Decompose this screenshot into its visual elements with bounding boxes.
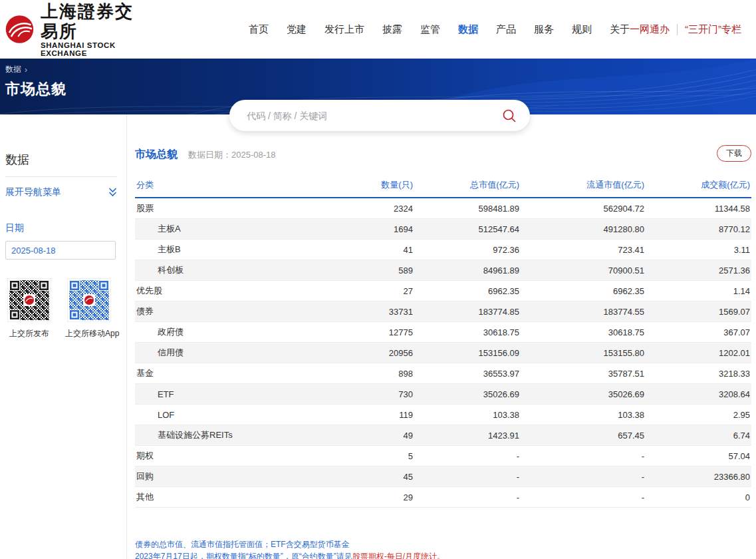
col-header-turnover: 成交额(亿元) [644,179,751,191]
cell-category: ETF [135,389,288,399]
cell-total-mcap: - [413,472,519,482]
double-chevron-down-icon [108,187,117,198]
cell-float-mcap: 103.38 [519,410,644,420]
cell-turnover: 57.04 [644,451,751,461]
cell-turnover: 6.74 [644,431,751,441]
cell-turnover: 11344.58 [644,204,751,214]
col-header-float-mcap: 流通市值(亿元) [519,179,644,191]
cell-turnover: 1569.07 [644,307,751,317]
expand-nav-menu-label: 展开导航菜单 [5,186,61,198]
cell-category: 债券 [135,305,288,317]
cell-total-mcap: - [413,492,519,502]
download-button[interactable]: 下载 [717,145,751,162]
cell-total-mcap: 153156.09 [413,348,519,358]
data-date: 数据日期：2025-08-18 [188,149,276,161]
cell-float-mcap: 183774.55 [519,307,644,317]
cell-count: 29 [288,492,413,502]
search-icon[interactable] [502,108,517,123]
date-picker-label: 日期 [5,222,126,234]
table-row: ETF 730 35026.69 35026.69 3208.64 [135,384,751,405]
sidebar-title: 数据 [5,152,126,168]
cell-count: 45 [288,472,413,482]
cell-category: 主板A [135,223,288,235]
data-date-prefix: 数据日期： [188,150,231,160]
cell-float-mcap: - [519,492,644,502]
footnotes: 债券的总市值、流通市值指托管面值；ETF含交易型货币基金 2023年7月17日起… [135,538,751,559]
date-picker[interactable] [5,241,116,260]
nav-item[interactable]: 服务 [534,23,554,36]
logo-cn-text: 上海證券交易所 [41,1,137,41]
nav-item[interactable]: 规则 [572,23,592,36]
table-row: 回购 45 - - 23366.80 [135,466,751,487]
cell-count: 12775 [288,327,413,337]
date-input[interactable] [11,246,128,256]
cell-total-mcap: 512547.64 [413,224,519,234]
cell-total-mcap: 35026.69 [413,389,519,399]
main-panel: 市场总貌 数据日期：2025-08-18 下载 分类 数量(只) 总市值(亿元)… [126,114,756,559]
cell-category: 政府债 [135,326,288,338]
nav-item[interactable]: 披露 [382,23,402,36]
table-body: 股票 2324 598481.89 562904.72 11344.58 主板A… [135,198,751,508]
table-row: 科创板 589 84961.89 70900.51 2571.36 [135,260,751,281]
search-bar [229,100,530,131]
cell-float-mcap: 70900.51 [519,266,644,276]
nav-item[interactable]: 产品 [496,23,516,36]
footnote-link-stock-options-stats[interactable]: 股票期权-每日/月度统计。 [352,552,445,559]
cell-turnover: 3208.64 [644,389,751,399]
cell-float-mcap: 153155.80 [519,348,644,358]
nav-item[interactable]: 监管 [420,23,440,36]
qr-code-sse-app [67,278,111,322]
cell-float-mcap: 657.45 [519,431,644,441]
nav-item[interactable]: 党建 [287,23,307,36]
nav-item[interactable]: 关于 [610,23,630,36]
cell-count: 27 [288,286,413,296]
table-row: 政府债 12775 30618.75 30618.75 367.07 [135,322,751,343]
cell-float-mcap: 562904.72 [519,204,644,214]
cell-count: 730 [288,389,413,399]
cell-float-mcap: - [519,472,644,482]
quick-link-sankaimen[interactable]: “三开门”专栏 [685,23,741,36]
table-row: 基础设施公募REITs 49 1423.91 657.45 6.74 [135,425,751,446]
table-row: LOF 119 103.38 103.38 2.95 [135,405,751,425]
table-header-row: 分类 数量(只) 总市值(亿元) 流通市值(亿元) 成交额(亿元) [135,179,751,198]
table-row: 信用债 20956 153156.09 153155.80 1202.01 [135,343,751,363]
cell-float-mcap: 35787.51 [519,369,644,379]
cell-category: 基金 [135,367,288,379]
cell-category: 其他 [135,491,288,503]
top-header: 上海證券交易所 SHANGHAI STOCK EXCHANGE 首页 党建 发行… [0,0,756,59]
logo-en-text: SHANGHAI STOCK EXCHANGE [41,41,137,57]
expand-nav-menu-button[interactable]: 展开导航菜单 [5,186,117,198]
nav-item[interactable]: 首页 [249,23,269,36]
cell-total-mcap: 598481.89 [413,204,519,214]
nav-item[interactable]: 发行上市 [324,23,364,36]
cell-float-mcap: 30618.75 [519,327,644,337]
table-row: 其他 29 - - 0 [135,487,751,508]
quick-links-divider [677,24,678,35]
cell-category: 期权 [135,450,288,462]
quick-links: 一网通办 “三开门”专栏 [630,23,741,36]
cell-total-mcap: 30618.75 [413,327,519,337]
table-row: 期权 5 - - 57.04 [135,446,751,466]
cell-turnover: 3.11 [644,245,751,255]
hero-section: 数据 › 市场总貌 [0,59,756,114]
cell-category: 信用债 [135,347,288,359]
section-title: 市场总貌 [135,148,178,162]
cell-total-mcap: 6962.35 [413,286,519,296]
cell-count: 119 [288,410,413,420]
breadcrumb-link-data[interactable]: 数据 [5,64,21,75]
cell-float-mcap: 6962.35 [519,286,644,296]
sidebar: 数据 展开导航菜单 日期 [5,114,126,559]
sidebar-divider [5,176,117,177]
col-header-count: 数量(只) [288,179,413,191]
quick-link-yiwangtongban[interactable]: 一网通办 [630,23,670,36]
search-input[interactable] [247,110,502,121]
breadcrumb: 数据 › [5,64,756,75]
cell-count: 5 [288,451,413,461]
qr-code-section: 上交所发布 [5,278,126,339]
cell-float-mcap: - [519,451,644,461]
nav-item[interactable]: 数据 [458,23,478,36]
table-row: 主板A 1694 512547.64 491280.80 8770.12 [135,219,751,240]
footnote-line2: 2023年7月17日起，期权数量指“标的数量”，原“合约数量”请见股票期权-每日… [135,550,751,559]
cell-turnover: 2571.36 [644,266,751,276]
sse-logo[interactable]: 上海證券交易所 SHANGHAI STOCK EXCHANGE [5,1,137,57]
